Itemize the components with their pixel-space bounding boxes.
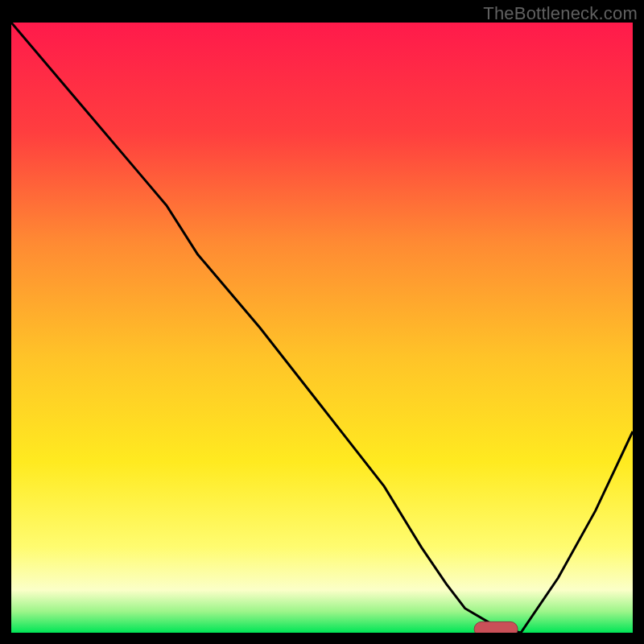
plot-area: [11, 23, 633, 633]
optimal-marker: [474, 621, 518, 633]
watermark-text: TheBottleneck.com: [483, 3, 638, 24]
gradient-background: [11, 23, 633, 633]
chart-frame: TheBottleneck.com: [0, 0, 644, 644]
chart-svg: [11, 23, 633, 633]
